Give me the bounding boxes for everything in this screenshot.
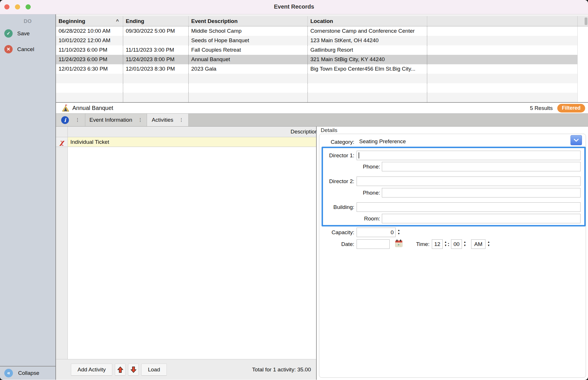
stepper-up-icon[interactable]: ▲ — [488, 241, 490, 243]
activities-total: Total for 1 activity: 35.00 — [252, 367, 312, 373]
stepper-up-icon[interactable]: ▲ — [398, 229, 400, 232]
activities-footer: Add Activity Load Total for 1 — [56, 359, 316, 380]
activities-panel: Description χ Individual Ticket — [56, 127, 317, 380]
column-header-empty — [427, 16, 577, 26]
table-row[interactable]: 10/01/2022 12:00 AM Seeds of Hope Banque… — [56, 36, 588, 45]
load-button[interactable]: Load — [141, 364, 167, 376]
add-activity-button[interactable]: Add Activity — [71, 364, 112, 376]
tab-event-information[interactable]: Event Information ⋮ — [85, 114, 147, 126]
director2-label: Director 2: — [317, 177, 354, 186]
stepper-down-icon[interactable]: ▼ — [444, 244, 447, 247]
activity-delete-cell[interactable]: χ — [56, 137, 68, 147]
collapse-button[interactable]: « Collapse — [0, 366, 55, 380]
capacity-stepper[interactable]: ▲ ▼ — [396, 229, 401, 235]
cut-scissors-icon: χ — [59, 139, 64, 145]
info-segment: i ⋮ — [56, 114, 85, 126]
tab-bar: i ⋮ Event Information ⋮ Activities ⋮ — [56, 114, 588, 127]
details-panel: Details Category: Seating Preference Dir… — [317, 127, 588, 380]
save-check-icon: ✓ — [4, 29, 13, 38]
phone2-label: Phone: — [317, 188, 380, 197]
table-row[interactable]: 11/10/2023 6:00 PM 11/11/2023 3:00 PM Fa… — [56, 45, 588, 55]
room-field[interactable] — [382, 214, 581, 223]
date-field[interactable] — [357, 239, 390, 249]
stepper-down-icon[interactable]: ▼ — [488, 244, 490, 247]
phone1-field[interactable] — [382, 162, 581, 171]
minute-stepper[interactable]: ▲ ▼ — [463, 241, 467, 247]
stepper-up-icon[interactable]: ▲ — [444, 241, 447, 243]
capacity-field[interactable]: 0 — [357, 228, 396, 237]
table-row-empty — [56, 74, 588, 83]
table-header-row: Beginning ^ Ending Event Description Loc… — [56, 16, 588, 26]
collapse-label: Collapse — [18, 370, 39, 376]
director1-field[interactable] — [357, 151, 581, 160]
time-separator: : — [448, 241, 449, 247]
tab-label: Activities — [152, 117, 173, 123]
titlebar: Event Records — [0, 0, 588, 14]
table-row-selected[interactable]: 11/24/2023 6:00 PM 11/24/2023 8:00 PM An… — [56, 55, 588, 64]
date-label: Date: — [317, 239, 354, 249]
collapse-chevrons-icon: « — [4, 369, 13, 377]
sort-ascending-icon: ^ — [116, 16, 119, 26]
circus-tent-icon — [62, 104, 69, 112]
details-group-label: Details — [321, 127, 337, 133]
menu-dots-icon[interactable]: ⋮ — [75, 118, 80, 122]
move-up-button[interactable] — [115, 364, 125, 376]
stepper-down-icon[interactable]: ▼ — [464, 244, 466, 247]
time-meridiem-field[interactable]: AM — [471, 239, 486, 249]
text-cursor — [359, 152, 359, 158]
table-row[interactable]: 12/01/2023 6:30 PM 12/01/2023 8:30 PM 20… — [56, 64, 588, 74]
column-header-location[interactable]: Location — [307, 16, 427, 26]
room-label: Room: — [317, 214, 380, 223]
activities-empty-area — [68, 147, 316, 359]
stepper-down-icon[interactable]: ▼ — [398, 232, 400, 235]
activities-gutter-column — [56, 147, 68, 359]
table-row-empty — [56, 93, 588, 102]
sidebar-header: DO — [0, 14, 55, 24]
event-records-window: Event Records DO ✓ Save ✕ Cancel « Colla… — [0, 0, 588, 380]
selected-event-bar: Annual Banquet 5 Results Filtered — [56, 102, 588, 114]
menu-dots-icon[interactable]: ⋮ — [138, 118, 142, 122]
activities-list: χ Individual Ticket — [56, 137, 316, 359]
activities-header-row: Description — [56, 127, 316, 137]
table-row-empty — [56, 83, 588, 93]
sidebar: DO ✓ Save ✕ Cancel « Collapse — [0, 14, 56, 380]
phone2-field[interactable] — [382, 188, 581, 197]
window-title: Event Records — [0, 3, 588, 10]
stepper-up-icon[interactable]: ▲ — [464, 241, 466, 243]
menu-dots-icon[interactable]: ⋮ — [179, 118, 183, 122]
time-minute-field[interactable]: 00 — [451, 239, 462, 249]
category-dropdown-button[interactable] — [570, 135, 582, 145]
meridiem-stepper[interactable]: ▲ ▼ — [486, 241, 491, 247]
filtered-badge: Filtered — [557, 104, 585, 113]
tab-activities[interactable]: Activities ⋮ — [147, 114, 189, 126]
table-row[interactable]: 06/28/2022 10:00 AM 09/30/2022 5:00 PM M… — [56, 26, 588, 36]
time-label: Time: — [406, 239, 430, 249]
move-down-button[interactable] — [128, 364, 139, 376]
save-button[interactable]: ✓ Save — [0, 27, 55, 40]
info-icon[interactable]: i — [61, 116, 69, 124]
description-column-header[interactable]: Description — [68, 127, 318, 137]
cancel-x-icon: ✕ — [4, 45, 13, 53]
category-value: Seating Preference — [359, 138, 406, 145]
column-header-event-description[interactable]: Event Description — [188, 16, 307, 26]
director1-label: Director 1: — [317, 151, 354, 160]
phone1-label: Phone: — [317, 162, 380, 171]
column-header-beginning[interactable]: Beginning ^ — [56, 16, 123, 26]
vertical-scrollbar-thumb[interactable] — [585, 18, 587, 25]
chevron-down-icon — [574, 139, 579, 142]
building-field[interactable] — [357, 202, 581, 212]
tab-label: Event Information — [90, 117, 132, 123]
down-arrow-icon — [130, 366, 137, 373]
hour-stepper[interactable]: ▲ ▼ — [443, 241, 448, 247]
time-hour-field[interactable]: 12 — [432, 239, 443, 249]
save-button-label: Save — [17, 30, 30, 37]
cancel-button[interactable]: ✕ Cancel — [0, 42, 55, 56]
calendar-icon[interactable] — [395, 239, 403, 247]
building-label: Building: — [317, 202, 354, 212]
director2-field[interactable] — [357, 177, 581, 186]
results-count: 5 Results — [530, 105, 553, 111]
activity-row[interactable]: χ Individual Ticket — [56, 137, 316, 147]
column-header-ending[interactable]: Ending — [123, 16, 188, 26]
selected-event-title: Annual Banquet — [72, 105, 113, 111]
event-records-table: Beginning ^ Ending Event Description Loc… — [56, 14, 588, 102]
